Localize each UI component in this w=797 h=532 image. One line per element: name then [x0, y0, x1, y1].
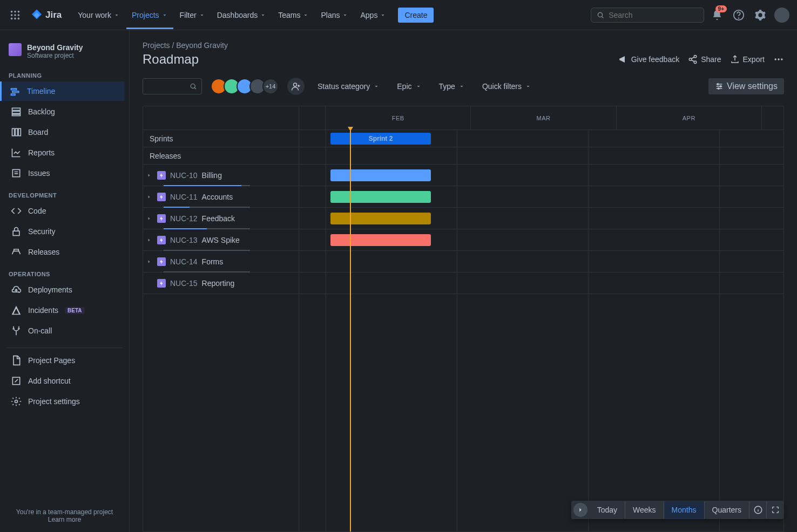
sidebar-project-pages[interactable]: Project Pages — [4, 351, 125, 370]
sidebar-incidents[interactable]: IncidentsBETA — [4, 301, 125, 320]
epic-bar[interactable] — [330, 169, 431, 181]
svg-point-28 — [775, 58, 776, 60]
help-icon[interactable] — [730, 6, 747, 24]
notifications-icon[interactable]: 9+ — [708, 6, 726, 24]
share-button[interactable]: Share — [688, 54, 721, 64]
today-marker-icon — [348, 127, 353, 131]
epic-filter[interactable]: Epic — [393, 79, 425, 94]
sidebar-backlog[interactable]: Backlog — [4, 102, 125, 121]
epic-row[interactable]: NUC-15Reporting — [143, 272, 299, 294]
sidebar-code[interactable]: Code — [4, 201, 125, 221]
issue-key: NUC-15 — [170, 279, 198, 288]
svg-point-25 — [694, 56, 697, 58]
nav-projects[interactable]: Projects — [126, 1, 173, 29]
nav-your-work[interactable]: Your work — [72, 1, 125, 29]
nav-dashboards[interactable]: Dashboards — [212, 1, 272, 29]
jira-logo[interactable]: Jira — [26, 9, 66, 22]
sidebar-timeline[interactable]: Timeline — [0, 81, 125, 101]
section-operations: OPERATIONS — [0, 262, 129, 279]
breadcrumb-projects[interactable]: Projects — [143, 41, 170, 50]
view-settings-button[interactable]: View settings — [708, 78, 784, 94]
epic-bar[interactable] — [330, 191, 431, 203]
export-button[interactable]: Export — [730, 54, 765, 64]
sprint-bar[interactable]: Sprint 2 — [330, 133, 431, 145]
nav-apps[interactable]: Apps — [355, 1, 391, 29]
releases-row-label: Releases — [143, 147, 299, 165]
create-button[interactable]: Create — [398, 8, 434, 23]
svg-point-7 — [14, 17, 16, 19]
issue-key: NUC-13 — [170, 236, 198, 244]
share-icon — [688, 54, 698, 64]
beta-badge: BETA — [65, 307, 84, 314]
assignee-avatars[interactable]: +14 — [211, 78, 279, 94]
nav-teams[interactable]: Teams — [273, 1, 314, 29]
sidebar-board[interactable]: Board — [4, 122, 125, 142]
epic-row[interactable]: NUC-10Billing — [143, 165, 299, 186]
quick-filters[interactable]: Quick filters — [478, 79, 536, 94]
footer-learn-more[interactable]: Learn more — [9, 516, 120, 523]
sprints-row-label: Sprints — [143, 130, 299, 147]
expand-icon[interactable] — [146, 193, 153, 201]
app-switcher-icon[interactable] — [6, 6, 24, 24]
expand-icon[interactable] — [146, 257, 153, 266]
add-person-button[interactable] — [287, 78, 305, 95]
sidebar-add-shortcut[interactable]: Add shortcut — [4, 371, 125, 391]
today-button[interactable]: Today — [590, 501, 625, 519]
gear-icon — [11, 396, 22, 407]
type-filter[interactable]: Type — [435, 79, 469, 94]
scroll-next-button[interactable] — [573, 503, 587, 517]
weeks-button[interactable]: Weeks — [625, 501, 664, 519]
expand-icon[interactable] — [146, 214, 153, 223]
sidebar: Beyond Gravity Software project PLANNING… — [0, 30, 130, 532]
epic-row[interactable]: NUC-13AWS Spike — [143, 229, 299, 251]
fullscreen-button[interactable] — [767, 501, 784, 519]
sidebar-deployments[interactable]: Deployments — [4, 280, 125, 299]
expand-icon[interactable] — [146, 236, 153, 244]
svg-point-26 — [689, 58, 692, 61]
svg-rect-12 — [11, 88, 17, 90]
more-actions-button[interactable] — [773, 54, 784, 65]
global-search[interactable] — [591, 8, 704, 23]
svg-rect-16 — [12, 111, 21, 113]
cloud-up-icon — [11, 284, 22, 295]
status-category-filter[interactable]: Status category — [313, 79, 384, 94]
sidebar-reports[interactable]: Reports — [4, 143, 125, 162]
breadcrumb-current[interactable]: Beyond Gravity — [176, 41, 228, 50]
sidebar-releases[interactable]: Releases — [4, 242, 125, 262]
nav-filter[interactable]: Filter — [174, 1, 211, 29]
sidebar-project-settings[interactable]: Project settings — [4, 392, 125, 411]
profile-avatar[interactable] — [773, 6, 791, 24]
sidebar-issues[interactable]: Issues — [4, 163, 125, 183]
legend-button[interactable] — [749, 501, 767, 519]
issue-summary: Forms — [202, 257, 224, 266]
more-icon — [773, 54, 784, 65]
epic-row[interactable]: NUC-12Feedback — [143, 208, 299, 229]
epic-type-icon — [157, 193, 166, 201]
timeline-search[interactable] — [143, 78, 202, 94]
svg-rect-22 — [13, 231, 19, 235]
sidebar-oncall[interactable]: On-call — [4, 321, 125, 340]
project-header[interactable]: Beyond Gravity Software project — [0, 39, 129, 64]
nav-plans[interactable]: Plans — [315, 1, 354, 29]
svg-point-9 — [598, 12, 602, 17]
quarters-button[interactable]: Quarters — [705, 501, 749, 519]
project-name: Beyond Gravity — [27, 43, 83, 52]
epic-bar[interactable] — [330, 213, 431, 224]
epic-type-icon — [157, 236, 166, 244]
avatar-overflow[interactable]: +14 — [262, 78, 279, 94]
timeline-search-input[interactable] — [147, 83, 190, 91]
issues-icon — [11, 168, 22, 179]
epic-row[interactable]: NUC-11Accounts — [143, 186, 299, 208]
month-header: APR — [617, 106, 762, 130]
search-input[interactable] — [609, 11, 698, 19]
svg-point-29 — [778, 58, 779, 60]
expand-icon[interactable] — [146, 171, 153, 180]
ship-icon — [11, 247, 22, 257]
sidebar-security[interactable]: Security — [4, 222, 125, 241]
give-feedback-button[interactable]: Give feedback — [618, 54, 680, 64]
settings-icon[interactable] — [752, 6, 769, 24]
issue-key: NUC-12 — [170, 214, 198, 223]
epic-row[interactable]: NUC-14Forms — [143, 251, 299, 272]
months-button[interactable]: Months — [664, 501, 705, 519]
epic-bar[interactable] — [330, 234, 431, 246]
